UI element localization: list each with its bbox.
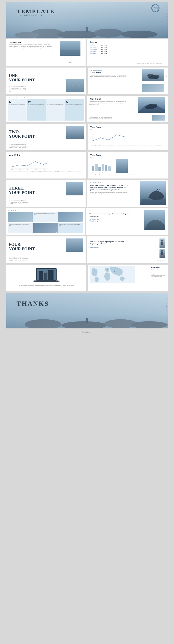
- xiaoman-text-1: You cannot improve your past, and you ca…: [33, 212, 58, 222]
- point-label-4: YOUR POINT: [100, 50, 107, 52]
- svg-text:chapter4: chapter4: [117, 144, 120, 144]
- row-swot-yp: S W T O S You cannot improve your past, …: [6, 96, 168, 122]
- line-chart-text: You cannot improve your past, and you ca…: [9, 171, 84, 172]
- svg-point-85: [86, 318, 88, 320]
- content-item-5: PART FIVE YOUR POINT: [90, 53, 164, 54]
- two-line1: TWO.: [9, 130, 20, 134]
- bar-chart-title: Your Point: [90, 154, 165, 156]
- part-label-3: PART THREE: [90, 48, 97, 50]
- slide-content: CONTENT PART ONE YOUR POINT PART TWO YOU…: [87, 39, 168, 66]
- svg-rect-7: [86, 29, 88, 32]
- xiaoman-img-3: Yss: [33, 223, 58, 233]
- two-image: [66, 126, 84, 139]
- swot-t-letter: T: [47, 100, 64, 104]
- row-two-chart: TWO. YOUR POINT You cannot improve your …: [6, 124, 168, 150]
- swot-w-letter: W: [28, 100, 45, 104]
- whale-small-img: [152, 115, 164, 120]
- svg-point-35: [11, 167, 11, 168]
- xiaoman-header: X I A O M A N: [8, 210, 83, 211]
- two-text: You cannot improve your past, but you ca…: [9, 144, 29, 148]
- row-three-quote: THREE. YOUR POINT You cannot improve you…: [6, 180, 168, 207]
- intro-text: You cannot improve your past, but you ca…: [9, 44, 53, 49]
- person-figures: [159, 238, 164, 258]
- swot-w-text: You cannot improve your past, and you ca…: [28, 104, 45, 106]
- whale-ocean-img: [138, 97, 164, 112]
- svg-rect-75: [33, 282, 60, 282]
- person-fig-1: [159, 238, 164, 248]
- swot-header: S W T O: [8, 97, 84, 98]
- bar-chart-title-label: Title: [90, 157, 165, 158]
- row-intro-content: INTRODUCTION You cannot improve your pas…: [6, 39, 168, 66]
- chart-title-label: Title: [90, 129, 165, 130]
- hero-title: TEMPLATE: [17, 8, 55, 15]
- svg-rect-73: [48, 270, 54, 280]
- improve-text: You cannot improve your past, but you ca…: [89, 213, 131, 217]
- sidebar-dots: [166, 74, 167, 77]
- part-label-5: PART FIVE: [90, 53, 97, 54]
- svg-rect-86: [86, 320, 88, 323]
- four-line2: YOUR POINT: [9, 247, 35, 251]
- line-chart-svg: chapter1 chapter2 chapter3 chapter4: [90, 131, 127, 144]
- swot-o-letter: O: [66, 100, 83, 104]
- svg-point-38: [35, 161, 36, 162]
- content-footer: Once time is wasted, life is wasted. Do …: [137, 63, 162, 64]
- bar-chart-text: You cannot improve your past, but you ca…: [90, 174, 165, 175]
- slide-line-chart: Your Point 2013 2014 2015 2016 2017: [6, 152, 86, 178]
- swot-o-header: O: [32, 97, 32, 98]
- xiaoman-img-2: Yss: [58, 212, 83, 222]
- content-section-title: CONTENT: [90, 42, 164, 43]
- svg-rect-50: [102, 164, 104, 171]
- slide-two: TWO. YOUR POINT You cannot improve your …: [6, 124, 86, 150]
- svg-point-25: [116, 134, 117, 135]
- xiaoman-label-1: Yss: [31, 221, 32, 222]
- svg-text:A: A: [93, 172, 93, 173]
- svg-text:chapter2: chapter2: [100, 144, 104, 144]
- svg-text:2015: 2015: [27, 169, 29, 170]
- slide-three: THREE. YOUR POINT You cannot improve you…: [6, 180, 86, 207]
- quote-whale-img: [140, 181, 166, 204]
- svg-text:SEA: SEA: [155, 8, 156, 9]
- content-item-3: PART THREE YOUR POINT: [90, 48, 164, 50]
- svg-point-3: [94, 28, 123, 38]
- cannot-label: YUEXIAOMAN: [90, 247, 164, 248]
- swot-w-header: W: [16, 97, 17, 98]
- svg-rect-48: [95, 164, 98, 171]
- yp-whale-text: You cannot improve your past, and you ca…: [89, 101, 126, 106]
- svg-text:2016: 2016: [35, 169, 37, 170]
- laptop-illustration: [33, 267, 60, 284]
- worldmap-title: Your Point: [151, 266, 165, 269]
- content-list: PART ONE YOUR POINT PART TWO YOUR POINT …: [90, 44, 164, 54]
- svg-rect-65: [161, 242, 163, 245]
- svg-text:chapter3: chapter3: [109, 144, 112, 144]
- svg-rect-49: [98, 167, 101, 171]
- svg-rect-59: [66, 182, 83, 196]
- improve-whale-img: [144, 210, 164, 230]
- slide-yp-chart: Your Point Title chapter1 chapter2 chapt…: [88, 124, 168, 150]
- svg-point-40: [47, 162, 48, 164]
- svg-point-26: [125, 136, 125, 137]
- xiaoman-img-1: Yss: [8, 212, 33, 222]
- swot-cell-t: T You cannot improve your past, and you …: [46, 99, 65, 120]
- svg-text:B: B: [96, 172, 96, 173]
- row-four-cannot: FOUR. YOUR POINT You cannot improve your…: [6, 236, 168, 263]
- hero-subtitle: YUEXIAOMAN DESIGN: [17, 15, 42, 16]
- person-fig-2: [159, 249, 164, 258]
- three-line2: YOUR POINT: [9, 190, 35, 195]
- slide-thanks: THANKS Y U R X I A O M A N: [6, 293, 168, 328]
- swot-s-header: S: [9, 97, 10, 98]
- svg-text:2017: 2017: [44, 169, 46, 170]
- svg-rect-19: [66, 126, 84, 139]
- content-item-4: PART FOUR YOUR POINT: [90, 50, 164, 52]
- svg-point-23: [100, 138, 101, 138]
- line-chart-title: Your Point: [9, 154, 84, 156]
- svg-text:2014: 2014: [19, 169, 21, 170]
- part-label-4: PART FOUR: [90, 50, 97, 52]
- thanks-title: THANKS: [17, 300, 49, 308]
- bar-chart-container: A B C D E F: [90, 159, 165, 173]
- svg-rect-68: [161, 252, 163, 256]
- part-label-1: PART ONE: [90, 44, 97, 46]
- swot-cell-o: O You cannot improve your past, and you …: [65, 99, 84, 120]
- worldmap-content: Your Point Once time is wasted, life is …: [151, 266, 165, 280]
- svg-text:E: E: [106, 172, 106, 173]
- point-label-3: YOUR POINT: [100, 48, 107, 50]
